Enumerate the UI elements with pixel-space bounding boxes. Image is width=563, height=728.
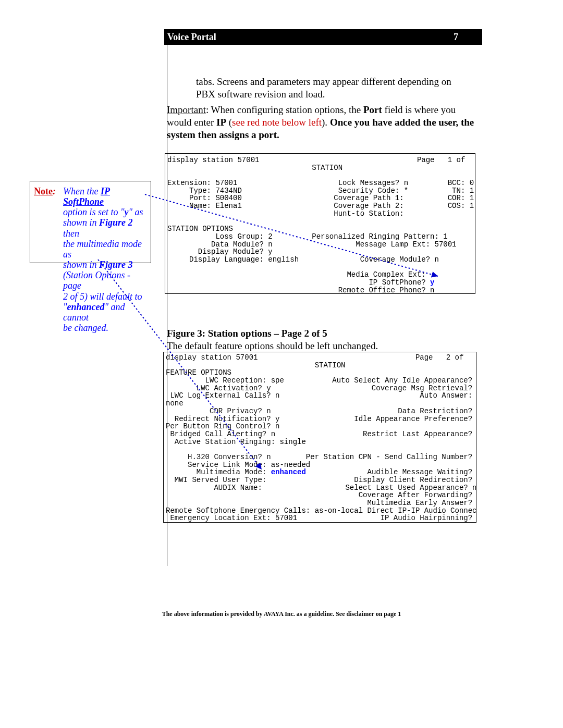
terminal-text-1: display station 57001 Page 1 of 5 STATIO… — [165, 154, 475, 294]
header-title: Voice Portal — [167, 32, 216, 42]
terminal-page2: display station 57001 Page 2 of 5 STATIO… — [163, 352, 476, 523]
header-page-number: 7 — [454, 29, 482, 45]
footer-disclaimer: The above information is provided by AVA… — [0, 610, 563, 618]
important-label: Important — [167, 104, 206, 115]
figure3-caption: Figure 3: Station options – Page 2 of 5 … — [167, 327, 480, 352]
header-bar: Voice Portal 7 — [164, 29, 482, 45]
note-label: Note — [34, 186, 53, 196]
intro-paragraph: tabs. Screens and parameters may appear … — [196, 76, 467, 101]
terminal-page1: display station 57001 Page 1 of 5 STATIO… — [165, 153, 475, 294]
terminal-text-2: display station 57001 Page 2 of 5 STATIO… — [164, 352, 476, 523]
important-paragraph: Important: When configuring station opti… — [167, 104, 480, 141]
note-body: When the IP SoftPhone option is set to "… — [63, 186, 143, 333]
note-box: Note: When the IP SoftPhone option is se… — [30, 181, 151, 263]
